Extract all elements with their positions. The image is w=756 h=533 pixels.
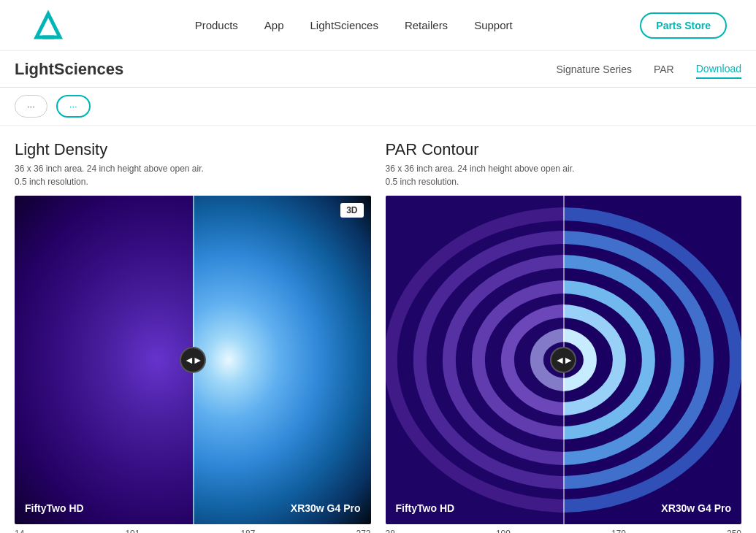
brand-logo	[29, 7, 67, 45]
main-content: Light Density 36 x 36 inch area. 24 inch…	[0, 126, 756, 533]
par-scale-val-2: 109	[496, 529, 511, 533]
nav-app[interactable]: App	[264, 19, 284, 31]
nav-retailers[interactable]: Retailers	[405, 19, 448, 31]
svg-rect-10	[386, 196, 564, 524]
nav-products[interactable]: Products	[195, 19, 238, 31]
brand-name: LightSciences	[15, 60, 123, 79]
tab-pill-2[interactable]: ···	[56, 95, 91, 118]
ld-right-product-label: XR30w G4 Pro	[291, 502, 361, 514]
ld-left-panel	[15, 196, 193, 524]
tab-pill-1[interactable]: ···	[15, 95, 47, 118]
par-right-svg	[563, 196, 741, 524]
badge-3d: 3D	[340, 203, 363, 218]
pc-right-panel	[563, 196, 741, 524]
pc-drag-arrows-icon: ◄►	[554, 354, 572, 366]
brand-light: Light	[15, 60, 54, 78]
par-scale-val-1: 38	[386, 529, 395, 533]
scale-val-2: 101	[125, 529, 140, 533]
scale-val-1: 14	[15, 529, 24, 533]
logo-area	[29, 7, 67, 45]
light-density-title: Light Density	[15, 140, 371, 159]
par-contour-chart: ◄► FiftyTwo HD XR30w G4 Pro	[386, 196, 742, 524]
tab-par[interactable]: PAR	[654, 61, 674, 78]
ld-left-product-label: FiftyTwo HD	[25, 502, 84, 514]
par-contour-title: PAR Contour	[386, 140, 742, 159]
par-scale-val-3: 179	[611, 529, 626, 533]
par-contour-scale: 38 109 179 250	[386, 524, 742, 533]
light-density-scale: 14 101 187 273	[15, 524, 371, 533]
drag-arrows-icon: ◄►	[184, 354, 202, 366]
par-left-svg	[386, 196, 564, 524]
par-scale-val-4: 250	[727, 529, 741, 533]
pc-right-product-label: XR30w G4 Pro	[661, 502, 731, 514]
pc-drag-handle[interactable]: ◄►	[550, 347, 576, 373]
tab-pills-bar: ··· ···	[0, 88, 756, 126]
main-nav: Products App LightSciences Retailers Sup…	[67, 19, 640, 31]
charts-row: Light Density 36 x 36 inch area. 24 inch…	[15, 140, 741, 533]
nav-support[interactable]: Support	[474, 19, 513, 31]
brand-bold: Sciences	[54, 60, 123, 78]
svg-marker-0	[37, 14, 60, 37]
light-density-desc: 36 x 36 inch area. 24 inch height above …	[15, 162, 371, 188]
main-header: Products App LightSciences Retailers Sup…	[0, 0, 756, 51]
pc-left-panel	[386, 196, 564, 524]
ld-right-panel	[193, 196, 371, 524]
sub-header: LightSciences Signature Series PAR Downl…	[0, 51, 756, 88]
ld-drag-handle[interactable]: ◄►	[180, 347, 206, 373]
light-density-section: Light Density 36 x 36 inch area. 24 inch…	[15, 140, 371, 533]
scale-val-3: 187	[240, 529, 255, 533]
tab-signature-series[interactable]: Signature Series	[556, 61, 632, 78]
pc-left-product-label: FiftyTwo HD	[396, 502, 455, 514]
sub-header-tabs: Signature Series PAR Download	[556, 60, 741, 79]
scale-val-4: 273	[356, 529, 370, 533]
tab-download[interactable]: Download	[696, 60, 741, 79]
par-contour-desc: 36 x 36 inch area. 24 inch height above …	[386, 162, 742, 188]
parts-store-button[interactable]: Parts Store	[640, 12, 727, 39]
par-contour-section: PAR Contour 36 x 36 inch area. 24 inch h…	[386, 140, 742, 533]
light-density-chart: 3D ◄► FiftyTwo HD XR30w G4 Pro	[15, 196, 371, 524]
nav-light-sciences[interactable]: LightSciences	[310, 19, 378, 31]
